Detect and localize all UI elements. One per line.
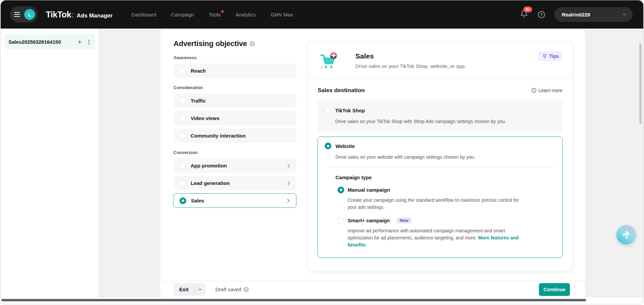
notification-count-badge: 9+ [523,6,532,12]
navbar-right-group: 9+ ? Realrin0228 [520,7,633,22]
sales-card-titles: Sales Drive sales on your TikTok Shop, w… [355,51,466,69]
website-option-head: Website [325,143,555,149]
assistant-widget-button[interactable] [616,225,636,244]
radio-unchecked-icon[interactable] [337,217,344,224]
horizontal-scrollbar[interactable] [1,299,586,301]
objective-option-label: Sales [191,198,285,203]
objective-option-video-views[interactable]: Video views [173,111,296,125]
smart-campaign-description: Improve ad performance with automated ca… [348,227,521,249]
objective-option-label: Video views [191,115,292,121]
website-description: Drive sales on your website with campaig… [335,154,555,160]
svg-text:?: ? [540,12,543,17]
radio-unchecked-icon[interactable] [179,68,186,74]
objective-option-lead-generation[interactable]: Lead generation [173,176,296,190]
smart-campaign-head[interactable]: Smart+ campaign New [337,217,555,224]
sales-card-title: Sales [355,52,466,60]
objective-step-content: Advertising objective ? Awareness Reach … [160,29,585,281]
primary-nav: Dashboard Campaign Tools Analytics GMV M… [131,12,293,17]
group-label-conversion: Conversion [173,150,296,155]
page-title: Advertising objective [173,39,247,48]
sales-detail-card: Sales Drive sales on your TikTok Shop, w… [308,42,572,272]
draft-status-label: Draft saved [216,287,242,292]
campaign-type-manual[interactable]: Manual campaign Create your campaign usi… [337,187,555,211]
chevron-down-icon [198,287,202,292]
info-icon [531,88,537,93]
objective-option-sales[interactable]: Sales [173,193,296,208]
hamburger-menu-icon[interactable] [14,12,20,17]
campaign-type-smart[interactable]: Smart+ campaign New Improve ad performan… [337,217,555,249]
objective-help-icon[interactable]: ? [250,41,255,46]
vertical-scrollbar[interactable] [639,43,642,124]
radio-unchecked-icon[interactable] [179,132,186,139]
destination-option-tiktok-shop[interactable]: TikTok Shop Drive sales on your TikTok S… [318,101,562,132]
campaign-type-heading: Campaign type [335,175,555,180]
menu-avatar-pill[interactable]: L [10,6,38,23]
sales-card-header: Sales Drive sales on your TikTok Shop, w… [308,42,572,71]
radio-unchecked-icon[interactable] [324,107,331,114]
radio-checked-icon[interactable] [337,187,344,193]
help-button[interactable]: ? [537,10,546,19]
shopping-cart-icon [319,51,339,71]
manual-campaign-title: Manual campaign [348,187,390,193]
account-name: Realrin0228 [562,12,590,17]
group-label-consideration: Consideration [173,85,296,90]
sales-destination-heading: Sales destination [318,87,365,94]
continue-button[interactable]: Continue [539,283,570,296]
objective-title-row: Advertising objective ? [173,39,296,48]
lightbulb-icon [542,53,547,59]
nav-campaign[interactable]: Campaign [171,12,194,17]
destination-option-website[interactable]: Website Drive sales on your website with… [318,137,562,258]
smart-campaign-title: Smart+ campaign [348,218,390,223]
draft-status: Draft saved ? [216,287,249,292]
nav-analytics[interactable]: Analytics [235,12,256,17]
avatar[interactable]: L [24,9,35,20]
tiktok-shop-description: Drive sales on your TikTok Shop with Sho… [335,118,556,125]
origami-plane-icon [619,228,633,242]
brand-colon: : [71,10,74,20]
radio-checked-icon[interactable] [325,143,331,149]
sales-card-subtitle: Drive sales on your TikTok Shop, website… [355,63,466,69]
exit-dropdown-button[interactable] [195,283,205,296]
radio-unchecked-icon[interactable] [179,98,186,104]
manual-campaign-head[interactable]: Manual campaign [337,187,555,193]
tips-button[interactable]: Tips [538,51,562,61]
chevron-right-icon [286,180,292,186]
notifications-button[interactable]: 9+ [520,9,528,20]
campaign-name-label: Sales20250328164150 [8,39,76,45]
exit-split-button: Exit [173,283,205,296]
learn-more-link[interactable]: Learn more [531,88,562,93]
objective-option-label: App promotion [191,163,286,168]
objective-option-traffic[interactable]: Traffic [173,93,296,108]
objective-option-label: Community interaction [191,133,292,139]
group-label-awareness: Awareness [173,55,296,60]
sidebar-campaign-item[interactable]: Sales20250328164150 + ⋮ [5,34,95,49]
objective-list: Advertising objective ? Awareness Reach … [173,39,296,211]
draft-help-icon[interactable]: ? [244,287,249,292]
objective-option-label: Traffic [191,98,292,104]
campaign-more-icon[interactable]: ⋮ [86,39,92,45]
brand-logo: TikTok: Ads Manager [46,10,112,20]
nav-dashboard[interactable]: Dashboard [131,12,156,17]
chevron-right-icon [285,198,291,204]
account-switcher[interactable]: Realrin0228 [554,7,633,22]
radio-checked-icon[interactable] [180,197,186,204]
objective-option-reach[interactable]: Reach [173,64,296,78]
campaign-sidebar: Sales20250328164150 + ⋮ [1,29,98,298]
nav-gmv-max[interactable]: GMV Max [270,12,293,17]
nav-tools[interactable]: Tools [209,12,221,17]
objective-option-community-interaction[interactable]: Community interaction [173,128,296,143]
objective-option-app-promotion[interactable]: App promotion [173,158,296,173]
wizard-footer: Exit Draft saved ? Continue [160,281,585,298]
website-divider [328,167,555,167]
chevron-down-icon [622,12,627,17]
add-campaign-icon[interactable]: + [78,39,82,45]
radio-unchecked-icon[interactable] [179,162,186,169]
tools-notification-dot [221,10,224,13]
objective-option-label: Lead generation [191,180,286,186]
exit-button[interactable]: Exit [173,283,194,296]
main-content: Advertising objective ? Awareness Reach … [160,29,585,298]
radio-unchecked-icon[interactable] [179,180,186,187]
tiktok-ads-manager-page: L TikTok: Ads Manager Dashboard Campaign… [0,0,644,304]
radio-unchecked-icon[interactable] [179,115,186,122]
chevron-right-icon [286,163,292,169]
